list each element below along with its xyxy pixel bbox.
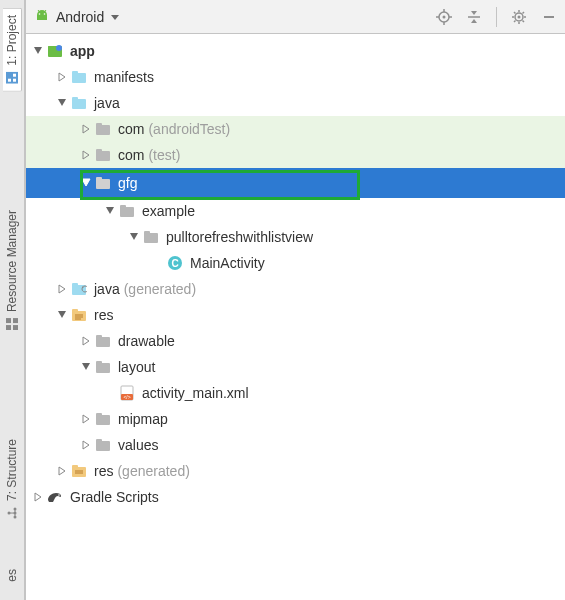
collapse-arrow-icon[interactable] (54, 72, 70, 82)
svg-marker-79 (82, 363, 90, 370)
tree-node-gfg[interactable]: gfg (26, 168, 565, 198)
tree-sublabel: (test) (148, 147, 180, 163)
folder-grey-icon (94, 358, 112, 376)
svg-marker-66 (59, 285, 65, 293)
tree-node-com-test[interactable]: com (test) (26, 142, 565, 168)
android-icon (34, 9, 50, 25)
svg-rect-41 (48, 46, 54, 49)
tree-label: com (118, 121, 144, 137)
svg-line-36 (514, 20, 516, 22)
svg-rect-51 (96, 123, 102, 127)
tab-resource-manager[interactable]: Resource Manager (5, 210, 19, 331)
svg-marker-76 (83, 337, 89, 345)
tree-node-drawable[interactable]: drawable (26, 328, 565, 354)
tree-label: layout (118, 359, 155, 375)
svg-marker-61 (130, 233, 138, 240)
tree-label: drawable (118, 333, 175, 349)
collapse-arrow-icon[interactable] (78, 414, 94, 424)
svg-point-15 (44, 13, 46, 15)
generated-folder-icon (70, 280, 88, 298)
minimize-icon[interactable] (541, 9, 557, 25)
folder-icon (70, 68, 88, 86)
expand-arrow-icon[interactable] (78, 178, 94, 188)
tree-node-java-generated[interactable]: java (generated) (26, 276, 565, 302)
gear-icon[interactable] (511, 9, 527, 25)
tree-node-mipmap[interactable]: mipmap (26, 406, 565, 432)
expand-arrow-icon[interactable] (54, 98, 70, 108)
svg-rect-81 (96, 361, 102, 365)
svg-line-35 (523, 20, 525, 22)
svg-rect-54 (96, 149, 102, 153)
svg-marker-46 (58, 99, 66, 106)
tab-structure-label: 7: Structure (5, 439, 19, 501)
svg-text:C: C (171, 258, 178, 269)
expand-arrow-icon[interactable] (30, 46, 46, 56)
tree-node-res[interactable]: res (26, 302, 565, 328)
tree-label: java (94, 95, 120, 111)
target-icon[interactable] (436, 9, 452, 25)
folder-grey-icon (94, 332, 112, 350)
tree-label: manifests (94, 69, 154, 85)
class-icon: C (166, 254, 184, 272)
expand-arrow-icon[interactable] (102, 206, 118, 216)
project-tree[interactable]: app manifests java com (androidTest) com (26, 34, 565, 600)
folder-grey-icon (94, 410, 112, 428)
chevron-down-icon[interactable] (110, 12, 120, 22)
collapse-arrow-icon[interactable] (78, 124, 94, 134)
project-icon (5, 72, 18, 85)
tree-node-activity-main[interactable]: </> activity_main.xml (26, 380, 565, 406)
svg-rect-72 (72, 309, 78, 313)
tree-node-gradle-scripts[interactable]: Gradle Scripts (26, 484, 565, 510)
collapse-arrow-icon[interactable] (78, 150, 94, 160)
tree-node-res-generated[interactable]: res (generated) (26, 458, 565, 484)
svg-marker-52 (83, 151, 89, 159)
tree-node-com-androidtest[interactable]: com (androidTest) (26, 116, 565, 142)
tab-project-label: 1: Project (5, 15, 19, 66)
svg-line-17 (45, 10, 47, 12)
tree-label: values (118, 437, 158, 453)
expand-arrow-icon[interactable] (126, 232, 142, 242)
collapse-arrow-icon[interactable] (78, 440, 94, 450)
svg-marker-96 (35, 493, 41, 501)
toolbar-separator (496, 7, 497, 27)
project-toolbar: Android (26, 0, 565, 34)
svg-line-34 (514, 12, 516, 14)
tree-node-example[interactable]: example (26, 198, 565, 224)
tree-node-mainactivity[interactable]: C MainActivity (26, 250, 565, 276)
tab-favorites[interactable]: es (5, 569, 19, 582)
svg-rect-45 (72, 71, 78, 75)
tree-node-manifests[interactable]: manifests (26, 64, 565, 90)
collapse-all-icon[interactable] (466, 9, 482, 25)
collapse-arrow-icon[interactable] (30, 492, 46, 502)
svg-point-29 (518, 15, 521, 18)
tab-structure[interactable]: 7: Structure (5, 439, 19, 520)
collapse-arrow-icon[interactable] (54, 466, 70, 476)
tree-node-pulltorefresh[interactable]: pulltorefreshwithlistview (26, 224, 565, 250)
package-icon (94, 120, 112, 138)
svg-marker-49 (83, 125, 89, 133)
expand-arrow-icon[interactable] (78, 362, 94, 372)
svg-text:</>: </> (123, 394, 130, 400)
svg-rect-4 (13, 325, 18, 330)
svg-marker-70 (58, 311, 66, 318)
svg-rect-48 (72, 97, 78, 101)
res-folder-icon (70, 306, 88, 324)
collapse-arrow-icon[interactable] (78, 336, 94, 346)
tab-project[interactable]: 1: Project (3, 8, 22, 92)
svg-point-20 (443, 15, 446, 18)
svg-marker-26 (471, 11, 477, 15)
folder-grey-icon (94, 436, 112, 454)
svg-marker-55 (82, 179, 90, 186)
tree-label: app (70, 43, 95, 59)
tree-node-values[interactable]: values (26, 432, 565, 458)
view-selector-label[interactable]: Android (56, 9, 104, 25)
tree-node-layout[interactable]: layout (26, 354, 565, 380)
tree-node-java[interactable]: java (26, 90, 565, 116)
svg-rect-0 (6, 72, 18, 84)
expand-arrow-icon[interactable] (54, 310, 70, 320)
tab-favorites-label: es (5, 569, 19, 582)
svg-rect-63 (144, 231, 150, 235)
tree-node-app[interactable]: app (26, 38, 565, 64)
svg-rect-93 (72, 465, 78, 469)
collapse-arrow-icon[interactable] (54, 284, 70, 294)
